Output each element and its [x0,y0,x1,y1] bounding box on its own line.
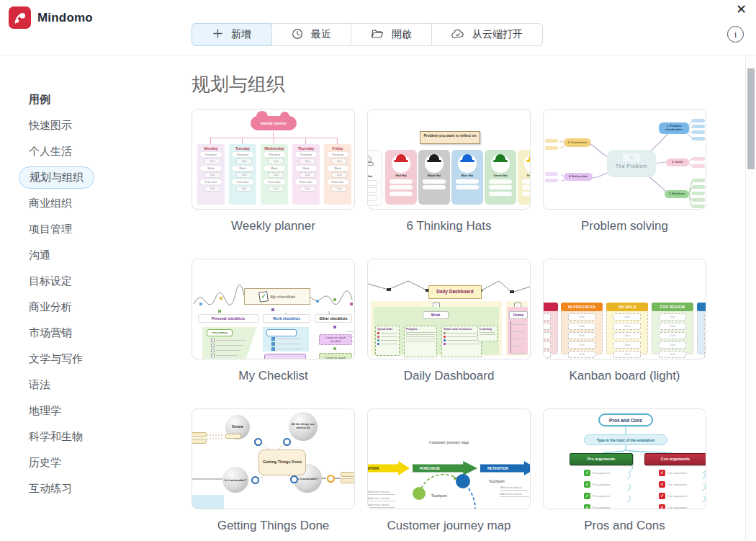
template-card-customer-journey[interactable]: Customer journey map RATION PURCHASE RET… [367,408,531,509]
template-title[interactable]: Pros and Cons [543,519,706,533]
root-topic: ✓ My checklists [244,288,310,305]
detail-line: Add more details [500,486,529,491]
template-title[interactable]: Weekly planner [192,219,355,233]
kanban-column-for-review: FOR REVIEW TaskTaskTaskTaskTask [652,303,693,354]
cloud-icon [451,29,464,41]
sidebar-item-communication[interactable]: 沟通 [29,249,50,262]
node: Free time [295,179,317,184]
close-icon[interactable]: ✕ [736,1,747,17]
clock-icon [292,28,303,42]
template-cell: ✓ ✓ Daily Dashboard Work Quick links Pr [367,259,531,408]
gtd-preview: Review All the things you need to do Is … [192,409,354,509]
day-label: Tuesday [229,146,256,151]
tab-open-from-cloud[interactable]: 从云端打开 [431,24,542,45]
sidebar-item-project-management[interactable]: 项目管理 [29,223,72,236]
scrollbar-thumb[interactable] [747,68,755,169]
subtopic [692,137,705,140]
sidebar-item-personal-life[interactable]: 个人生活 [29,145,72,158]
root-topic: Pros and Cons [598,413,653,426]
sidebar-item-grammar[interactable]: 语法 [29,378,50,392]
con-item: Con arguments [667,494,687,498]
side-node [341,478,355,483]
task: Task [331,186,347,192]
template-grid: Weekly planner Monday Personal Task Work… [192,109,710,541]
sidebar-item-geography[interactable]: 地理学 [29,404,61,418]
connector-ring [251,476,259,484]
sidebar-item-planning-organizing-label: 规划与组织 [19,166,94,189]
pro-item: Pro argument [593,483,610,486]
sidebar-item-interactive-exercises[interactable]: 互动练习 [29,482,72,496]
hat-column-red: Red Hat [385,150,417,205]
subtopic [692,125,705,128]
template-card-problem-solving[interactable]: ⓘ The Problem 5. Conclusion 1. Problem v… [543,109,706,210]
connector [510,321,511,353]
scrollbar-track[interactable] [745,55,756,541]
day-label: Wednesday [261,146,288,151]
header: Mindomo 新增 最近 開啟 [0,0,756,55]
template-card-gtd[interactable]: Review All the things you need to do Is … [192,408,355,509]
template-cell: ✓ My checklists Personal checklists Work… [192,259,355,408]
template-card-kanban-board[interactable]: IN PROGRESS TaskTaskTaskTaskTask ON HOLD… [543,259,706,359]
template-cell: Weekly planner Monday Personal Task Work… [192,109,355,259]
check-icon: ✓ [584,493,590,499]
section-projects: Projects [404,326,437,357]
template-card-my-checklist[interactable]: ✓ My checklists Personal checklists Work… [192,259,355,359]
task: Task [236,158,252,164]
info-icon[interactable]: i [727,26,744,43]
node-label: Review [232,425,243,429]
sidebar-item-business-organization[interactable]: 商业组织 [29,197,72,210]
line [513,353,526,354]
template-card-daily-dashboard[interactable]: ✓ ✓ Daily Dashboard Work Quick links Pr [367,259,531,359]
tab-open[interactable]: 開啟 [351,24,431,45]
sidebar-item-business-analysis[interactable]: 商业分析 [29,300,72,314]
side-node [341,472,355,477]
task: Task [236,186,252,192]
tab-open-label: 開啟 [392,28,412,41]
template-card-pros-and-cons[interactable]: Pros and Cons Type in the topic of the e… [543,408,706,509]
sidebar-item-marketing[interactable]: 市场营销 [29,326,72,340]
central-topic: Getting Things Done [258,450,306,475]
column-header: IN PROGRESS [561,303,603,311]
sidebar-item-history[interactable]: 历史学 [29,456,61,470]
template-title[interactable]: My Checklist [192,369,355,383]
line [513,331,524,332]
con-arguments-box: Con arguments [644,453,706,465]
kanban-column-on-hold: ON HOLD TaskTaskTaskTaskTask [606,303,648,354]
template-title[interactable]: 6 Thinking Hats [367,219,531,233]
branch-action-plan: 4. Action plan [564,173,593,181]
sidebar: 用例 快速图示 个人生活 规划与组织 商业组织 项目管理 沟通 目标设定 商业分… [29,86,173,501]
template-title[interactable]: Kanban board (light) [543,369,706,383]
pro-arguments-box: Pro arguments [570,453,633,465]
sidebar-item-literature-writing[interactable]: 文学与写作 [29,352,83,366]
day-column-wednesday: Wednesday Personal Task Work Task Free t… [261,144,288,205]
weekly-planner-preview: Weekly planner Monday Personal Task Work… [192,109,354,209]
node: Work [264,166,285,171]
template-title[interactable]: Customer journey map [367,519,531,533]
connector [305,138,306,144]
other-node-green: Create or attach [319,353,352,359]
template-card-weekly-planner[interactable]: Weekly planner Monday Personal Task Work… [192,109,355,210]
column-other: Other checklists [315,314,352,323]
sidebar-item-science-biology[interactable]: 科学和生物 [29,430,83,444]
line [513,346,523,346]
template-title[interactable]: Getting Things Done [192,519,355,533]
sidebar-item-quick-diagrams[interactable]: 快速图示 [29,119,72,133]
subtopic [545,172,558,176]
template-card-6-thinking-hats[interactable]: Problem you want to reflect on White hat… [367,109,531,210]
template-title[interactable]: Problem solving [543,219,706,233]
sidebar-item-goal-setting[interactable]: 目标设定 [29,274,72,288]
kanban-column-blue [697,303,706,354]
pro-item: Pro argument [593,471,610,475]
template-title[interactable]: Daily Dashboard [367,369,531,383]
connector [274,138,274,144]
kanban-column-in-progress: IN PROGRESS TaskTaskTaskTaskTask [561,303,603,354]
central-topic: ⓘ The Problem [607,150,656,177]
check-icon: ✓ [584,481,590,488]
mindomo-dialog: Mindomo 新增 最近 開啟 [0,0,756,541]
sidebar-item-planning-organizing[interactable]: 规划与组织 [19,166,94,189]
column-header: FOR REVIEW [652,303,693,311]
tab-recent[interactable]: 最近 [271,24,351,45]
section-tasks-resources: Tasks and resources [441,326,482,357]
detail-line: Add more details [500,492,529,497]
tab-new[interactable]: 新增 [192,23,272,46]
